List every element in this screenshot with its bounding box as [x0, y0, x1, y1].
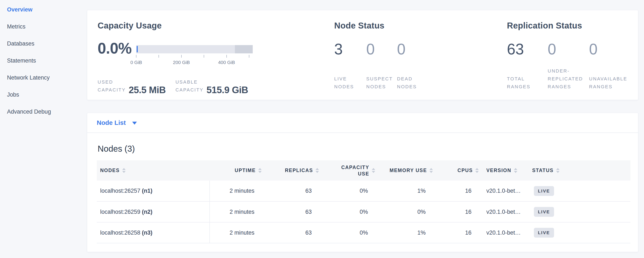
chevron-down-icon: [132, 122, 137, 125]
node-link[interactable]: localhost:26259: [100, 209, 140, 215]
used-capacity-label-line: USED: [98, 78, 126, 86]
status-badge: LIVE: [534, 228, 554, 237]
stat-label-line: UNDER-: [548, 67, 589, 75]
column-header-status[interactable]: STATUS: [526, 160, 630, 181]
total-ranges-count: 63: [507, 42, 548, 57]
axis-tick: [226, 55, 227, 58]
status-cell: LIVE: [526, 181, 630, 201]
node-status-stats: 3 LIVE NODES 0 SUSPECT NODES 0 DEAD NODE…: [334, 42, 433, 91]
sort-icon[interactable]: [372, 168, 375, 173]
axis-tick-label: 0 GiB: [130, 60, 142, 65]
live-nodes-count: 3: [334, 42, 366, 57]
sidebar-item-databases[interactable]: Databases: [0, 35, 86, 52]
stat-label-line: NODES: [334, 83, 366, 91]
version-cell: v20.1.0-bet…: [479, 222, 526, 243]
node-status-title: Node Status: [334, 21, 384, 30]
sidebar-item-jobs[interactable]: Jobs: [0, 86, 86, 103]
used-capacity-label: USED CAPACITY: [98, 78, 126, 94]
unavailable-ranges-stat: 0 UNAVAILABLE RANGES: [589, 42, 634, 91]
under-replicated-ranges-stat: 0 UNDER- REPLICATED RANGES: [548, 42, 589, 91]
sort-icon[interactable]: [258, 168, 262, 173]
usable-capacity-label-line: USABLE: [176, 78, 204, 86]
sort-icon[interactable]: [556, 168, 560, 173]
node-cell: localhost:26258 (n3): [97, 222, 210, 243]
stat-label-line: NODES: [366, 83, 397, 91]
divider: [87, 133, 638, 133]
capacity-gauge-row: 0.0% 0 GiB 200 GiB 400 GiB: [98, 41, 253, 66]
stat-label-line: RANGES: [548, 83, 589, 91]
sidebar-item-statements[interactable]: Statements: [0, 52, 86, 69]
replicas-cell: 63: [264, 222, 318, 243]
table-row[interactable]: localhost:26257 (n1) 2 minutes 63 0% 1% …: [97, 181, 630, 201]
stat-label-line: NODES: [397, 83, 433, 91]
node-link[interactable]: localhost:26257: [100, 188, 140, 194]
memory-use-cell: 1%: [380, 181, 433, 201]
node-cell: localhost:26257 (n1): [97, 181, 210, 201]
status-badge: LIVE: [534, 207, 554, 217]
nodes-section-title: Nodes (3): [98, 144, 135, 154]
table-header-row: NODES UPTIME REPLICAS CAPACITY USE MEMOR…: [97, 160, 630, 181]
node-link[interactable]: localhost:26258: [100, 229, 140, 236]
column-header-label: VERSION: [486, 168, 512, 173]
uptime-cell: 2 minutes: [210, 201, 264, 222]
cpus-cell: 16: [433, 222, 479, 243]
axis-tick: [136, 55, 136, 58]
replication-status-title: Replication Status: [507, 21, 582, 30]
stat-label-line: REPLICATED: [548, 75, 589, 83]
column-header-uptime[interactable]: UPTIME: [210, 160, 264, 181]
capacity-use-cell: 0%: [318, 181, 380, 201]
sidebar-item-overview[interactable]: Overview: [0, 1, 86, 18]
capacity-gauge: 0 GiB 200 GiB 400 GiB: [136, 45, 253, 66]
uptime-cell: 2 minutes: [210, 222, 264, 243]
nodes-table: NODES UPTIME REPLICAS CAPACITY USE MEMOR…: [97, 160, 630, 243]
column-header-nodes[interactable]: NODES: [97, 160, 210, 181]
used-capacity-value: 25.5 MiB: [128, 85, 166, 95]
table-row[interactable]: localhost:26259 (n2) 2 minutes 63 0% 0% …: [97, 201, 630, 222]
sort-icon[interactable]: [122, 168, 126, 173]
usable-capacity-label-line: CAPACITY: [176, 86, 204, 94]
cluster-summary-card: Capacity Usage 0.0% 0 GiB 200 GiB 400 Gi…: [87, 10, 638, 100]
stat-label-line: DEAD: [397, 75, 433, 83]
unavailable-ranges-count: 0: [589, 42, 634, 57]
stat-label-line: SUSPECT: [366, 75, 397, 83]
status-badge: LIVE: [534, 186, 554, 196]
column-header-label: REPLICAS: [285, 168, 313, 173]
uptime-cell: 2 minutes: [210, 181, 264, 201]
capacity-used-tick: [137, 46, 138, 52]
sidebar-item-advanced-debug[interactable]: Advanced Debug: [0, 103, 86, 120]
under-replicated-ranges-count: 0: [548, 42, 589, 57]
dead-nodes-stat: 0 DEAD NODES: [397, 42, 433, 91]
column-header-cpus[interactable]: CPUS: [433, 160, 479, 181]
column-header-replicas[interactable]: REPLICAS: [264, 160, 318, 181]
unavailable-ranges-label: UNAVAILABLE RANGES: [589, 75, 634, 91]
axis-tick-label: 200 GiB: [173, 60, 190, 65]
axis-tick: [158, 55, 159, 58]
suspect-nodes-label: SUSPECT NODES: [366, 75, 397, 91]
stat-label-line: TOTAL: [507, 75, 548, 83]
node-list-dropdown-label: Node List: [97, 119, 126, 126]
sidebar: Overview Metrics Databases Statements Ne…: [0, 1, 86, 120]
suspect-nodes-stat: 0 SUSPECT NODES: [366, 42, 397, 91]
stat-label-line: UNAVAILABLE: [589, 75, 634, 83]
cpus-cell: 16: [433, 201, 479, 222]
capacity-usage-title: Capacity Usage: [98, 21, 162, 30]
sidebar-item-metrics[interactable]: Metrics: [0, 18, 86, 35]
status-cell: LIVE: [526, 201, 630, 222]
usable-capacity-value: 515.9 GiB: [206, 85, 248, 95]
live-nodes-label: LIVE NODES: [334, 75, 366, 91]
node-list-dropdown[interactable]: Node List: [97, 113, 137, 133]
capacity-use-cell: 0%: [318, 201, 380, 222]
cockroachdb-admin-overview-page: { "colors": { "accent_blue": "#3b78e7", …: [0, 0, 644, 258]
column-header-version[interactable]: VERSION: [479, 160, 526, 181]
column-header-memory-use[interactable]: MEMORY USE: [380, 160, 433, 181]
column-header-capacity-use[interactable]: CAPACITY USE: [318, 160, 380, 181]
sort-icon[interactable]: [514, 168, 517, 173]
stat-label-line: LIVE: [334, 75, 366, 83]
sort-icon[interactable]: [475, 168, 479, 173]
table-row[interactable]: localhost:26258 (n3) 2 minutes 63 0% 1% …: [97, 222, 630, 243]
sort-icon[interactable]: [430, 168, 433, 173]
dead-nodes-count: 0: [397, 42, 433, 57]
sort-icon[interactable]: [316, 168, 319, 173]
under-replicated-ranges-label: UNDER- REPLICATED RANGES: [548, 67, 589, 91]
sidebar-item-network-latency[interactable]: Network Latency: [0, 69, 86, 86]
